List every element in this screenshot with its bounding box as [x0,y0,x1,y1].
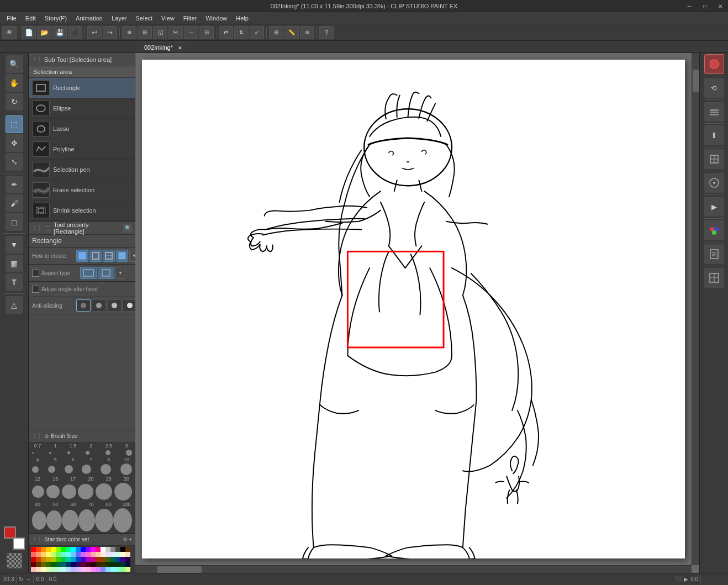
htc-stroke1-btn[interactable] [89,250,102,262]
fg-color-box[interactable] [4,526,16,539]
auto-action-right-btn[interactable]: ▶ [704,197,724,217]
color-swatch-4[interactable] [51,547,56,552]
status-play-btn[interactable]: ▶ [684,576,688,582]
color-swatch-88[interactable] [71,567,76,572]
save-btn[interactable]: 💾 [52,26,67,39]
htc-stroke3-btn[interactable] [116,250,128,262]
maximize-btn[interactable]: □ [697,0,713,12]
color-swatch-86[interactable] [61,567,66,572]
color-swatch-50[interactable] [81,557,86,562]
canvas-container[interactable] [135,53,699,573]
sub-tool-selection-pen[interactable]: Selection pen [29,160,135,180]
color-swatch-79[interactable] [125,562,130,567]
move-tool[interactable]: ✥ [6,134,23,152]
color-swatch-71[interactable] [86,562,91,567]
guide-btn[interactable]: ⊛ [300,26,314,39]
color-swatch-12[interactable] [91,547,96,552]
brush-dot-18[interactable] [114,483,132,500]
color-panel-settings[interactable]: ⚙ [123,536,128,542]
color-swatch-70[interactable] [81,562,86,567]
menu-window[interactable]: Window [201,14,231,23]
color-swatch-21[interactable] [36,552,41,557]
htc-stroke2-btn[interactable] [103,250,115,262]
color-swatch-40[interactable] [31,557,36,562]
color-panel-add[interactable]: + [129,536,132,542]
color-swatch-87[interactable] [66,567,71,572]
sub-tool-polyline[interactable]: Polyline [29,139,135,160]
color-swap-pattern[interactable] [7,553,22,568]
brush-dot-6[interactable] [126,450,132,456]
fill-tool[interactable]: ▼ [6,236,23,254]
brush-dot-7[interactable] [32,466,39,473]
aspect-fixed-btn[interactable] [98,267,114,279]
preview-btn[interactable]: 👁 [2,26,17,39]
color-swatch-76[interactable] [110,562,115,567]
transform2-btn[interactable]: ⊞ [138,26,152,39]
color-swatch-64[interactable] [51,562,56,567]
color-swatch-15[interactable] [105,547,110,552]
color-swatch-77[interactable] [115,562,120,567]
color-swatch-1[interactable] [36,547,41,552]
color-swatch-29[interactable] [76,552,81,557]
navigator-right-btn[interactable] [704,173,724,193]
adjust-angle-checkbox[interactable] [32,286,39,293]
material-right-btn[interactable] [704,149,724,169]
cut-btn[interactable]: ✂ [168,26,183,39]
color-swatch-8[interactable] [71,547,76,552]
color-swatch-17[interactable] [115,547,120,552]
figure-tool[interactable]: △ [6,296,23,314]
brush-dot-1[interactable] [32,452,34,454]
color-swatch-45[interactable] [56,557,61,562]
brush-dot-23[interactable] [95,509,113,532]
color-swatch-18[interactable] [120,547,125,552]
color-swatch-83[interactable] [46,567,51,572]
htc-dropdown[interactable]: ▼ [129,250,135,262]
color-swatch-98[interactable] [120,567,125,572]
color-swatch-41[interactable] [36,557,41,562]
new-btn[interactable]: 📄 [22,26,36,39]
color-swatch-53[interactable] [96,557,101,562]
color-swatch-96[interactable] [110,567,115,572]
color-swatch-97[interactable] [115,567,120,572]
brush-dot-19[interactable] [32,511,46,530]
aa-btn-0[interactable] [76,299,91,312]
brush-dot-22[interactable] [78,509,96,531]
brush-dot-2[interactable] [49,452,51,454]
open-btn[interactable]: 📂 [37,26,51,39]
brush-dot-20[interactable] [46,510,62,530]
status-flip-btn[interactable]: ↔ [25,576,31,582]
menu-file[interactable]: File [2,14,21,23]
color-swatch-0[interactable] [31,547,36,552]
select-tool[interactable]: ⬚ [6,115,23,133]
brush-dot-17[interactable] [96,483,112,500]
fill-btn[interactable]: ⬛ [68,26,82,39]
htc-filled-btn[interactable] [76,250,88,262]
color-swatch-57[interactable] [115,557,120,562]
color-swatch-80[interactable] [31,567,36,572]
menu-story[interactable]: Story(P) [40,14,71,23]
color-swatch-85[interactable] [56,567,61,572]
color-swatch-42[interactable] [41,557,46,562]
color-swatch-28[interactable] [71,552,76,557]
menu-edit[interactable]: Edit [21,14,40,23]
canvas-tab-close[interactable]: ✕ [178,45,182,51]
menu-animation[interactable]: Animation [71,14,107,23]
aa-btn-2[interactable] [107,299,122,312]
minimize-btn[interactable]: ─ [682,0,697,12]
brush-dot-16[interactable] [78,484,93,499]
scroll-thumb-v[interactable] [693,70,699,92]
zoom-fit-btn[interactable]: ↔ [184,26,198,39]
color-swatch-36[interactable] [110,552,115,557]
color-swatch-9[interactable] [76,547,81,552]
color-swatch-90[interactable] [81,567,86,572]
color-swatch-47[interactable] [66,557,71,562]
color-swatch-95[interactable] [105,567,110,572]
color-swatch-49[interactable] [76,557,81,562]
aa-btn-1[interactable] [92,299,106,312]
color-swatch-62[interactable] [41,562,46,567]
help-btn[interactable]: ? [319,26,334,39]
color-swatch-89[interactable] [76,567,81,572]
color-swatch-54[interactable] [101,557,105,562]
brush-dot-10[interactable] [82,465,91,474]
color-swatch-68[interactable] [71,562,76,567]
